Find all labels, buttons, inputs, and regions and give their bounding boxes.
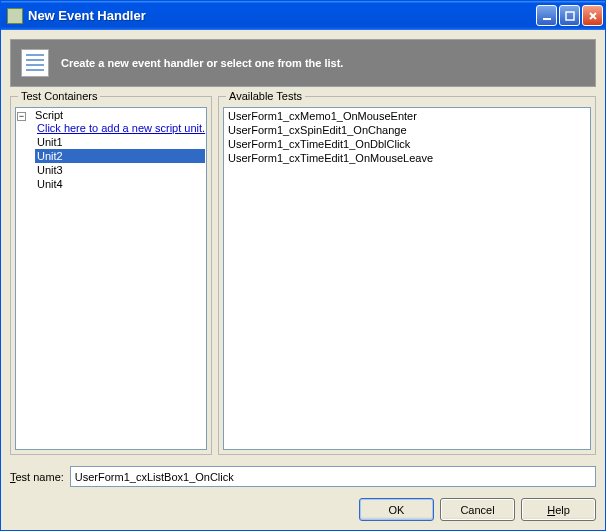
maximize-button[interactable] [559, 5, 580, 26]
svg-rect-1 [566, 12, 574, 20]
tree-root-label: Script [33, 108, 65, 122]
tree-item[interactable]: Unit2 [35, 149, 205, 163]
dialog-buttons: OK Cancel Help [10, 496, 596, 521]
new-event-handler-window: New Event Handler Create a new event han… [0, 0, 606, 531]
window-controls [536, 5, 603, 26]
test-containers-legend: Test Containers [18, 90, 100, 102]
available-test-item[interactable]: UserForm1_cxSpinEdit1_OnChange [225, 123, 589, 137]
collapse-icon[interactable]: − [17, 112, 26, 121]
ok-button[interactable]: OK [359, 498, 434, 521]
maximize-icon [565, 11, 575, 21]
available-tests-legend: Available Tests [226, 90, 305, 102]
test-name-label: Test name: [10, 471, 64, 483]
instruction-text: Create a new event handler or select one… [61, 57, 343, 69]
close-button[interactable] [582, 5, 603, 26]
svg-rect-0 [543, 18, 551, 20]
script-icon [21, 49, 49, 77]
test-containers-group: Test Containers − Script Click here to a… [10, 96, 212, 455]
tree-root-row[interactable]: − Script [17, 109, 205, 121]
available-tests-group: Available Tests UserForm1_cxMemo1_OnMous… [218, 96, 596, 455]
help-button[interactable]: Help [521, 498, 596, 521]
dialog-content: Create a new event handler or select one… [1, 30, 605, 530]
test-containers-tree[interactable]: − Script Click here to add a new script … [15, 107, 207, 450]
available-test-item[interactable]: UserForm1_cxTimeEdit1_OnDblClick [225, 137, 589, 151]
tree-root: − Script Click here to add a new script … [17, 109, 205, 191]
titlebar: New Event Handler [1, 1, 605, 30]
tree-item[interactable]: Unit1 [35, 135, 205, 149]
app-icon [7, 8, 23, 24]
available-test-item[interactable]: UserForm1_cxTimeEdit1_OnMouseLeave [225, 151, 589, 165]
test-name-row: Test name: [10, 464, 596, 487]
close-icon [588, 11, 598, 21]
cancel-button[interactable]: Cancel [440, 498, 515, 521]
tree-item[interactable]: Unit3 [35, 163, 205, 177]
test-name-input[interactable] [70, 466, 596, 487]
window-title: New Event Handler [28, 8, 536, 23]
available-test-item[interactable]: UserForm1_cxMemo1_OnMouseEnter [225, 109, 589, 123]
minimize-icon [542, 11, 552, 21]
minimize-button[interactable] [536, 5, 557, 26]
add-script-unit-link-text: Click here to add a new script unit. [37, 122, 205, 134]
available-tests-list[interactable]: UserForm1_cxMemo1_OnMouseEnterUserForm1_… [223, 107, 591, 450]
tree-item[interactable]: Unit4 [35, 177, 205, 191]
tree-children: Click here to add a new script unit. Uni… [17, 121, 205, 191]
instruction-banner: Create a new event handler or select one… [10, 39, 596, 87]
add-script-unit-link[interactable]: Click here to add a new script unit. [35, 121, 205, 135]
panes-row: Test Containers − Script Click here to a… [10, 96, 596, 455]
